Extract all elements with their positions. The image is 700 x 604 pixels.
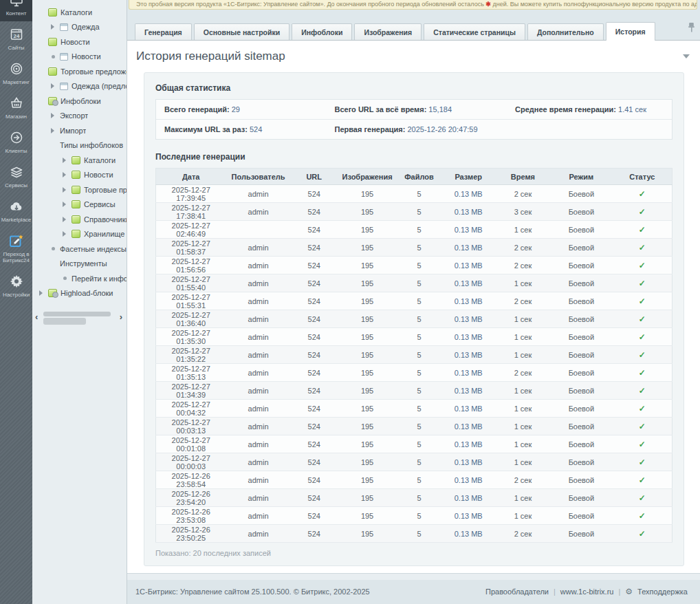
tab-2[interactable]: Основные настройки [194, 23, 289, 40]
table-cell: 0.13 MB [441, 185, 496, 203]
tab-1[interactable]: Генерация [135, 23, 192, 40]
tree-item[interactable]: Торговые предложения [32, 64, 127, 79]
tree-item[interactable]: Сервисы [32, 197, 127, 213]
expand-arrow-icon[interactable] [51, 83, 57, 89]
table-cell: 2025-12-26 23:53:08 [156, 507, 226, 525]
sidebar-item-label: Сайты [8, 45, 24, 51]
sidebar-item-shop[interactable]: Магазин [0, 90, 32, 125]
status-check-icon: ✓ [613, 453, 672, 471]
table-cell: 2 сек [496, 185, 550, 203]
tree-item[interactable]: Инфоблоки [32, 94, 127, 109]
table-row[interactable]: 2025-12-27 01:58:37admin52419550.13 MB2 … [156, 239, 672, 257]
table-cell: 524 [291, 274, 338, 292]
sidebar-item-clients[interactable]: Клиенты [0, 125, 32, 159]
expand-arrow-icon[interactable] [51, 24, 57, 30]
scroll-left-icon[interactable]: ‹ [35, 312, 38, 322]
table-cell: 2025-12-27 01:55:31 [156, 292, 226, 310]
tree-item[interactable]: Инструменты [32, 257, 127, 272]
expand-arrow-icon[interactable] [51, 128, 57, 133]
tree-item[interactable]: Перейти к инфоблоку / [32, 271, 127, 286]
chevron-down-icon[interactable] [683, 54, 690, 58]
expand-arrow-icon[interactable] [63, 231, 69, 237]
expand-arrow-icon[interactable] [51, 113, 57, 118]
sidebar-item-content[interactable]: Контент [0, 0, 32, 21]
support-gear-icon[interactable]: ⚙ [625, 587, 633, 596]
expand-arrow-icon[interactable] [63, 217, 69, 222]
table-cell: 2 сек [496, 239, 550, 257]
sidebar-item-settings[interactable]: Настройки [0, 268, 32, 303]
expand-arrow-icon[interactable] [63, 158, 69, 163]
table-cell: 195 [338, 525, 397, 543]
expand-arrow-icon[interactable] [63, 202, 69, 207]
pin-icon[interactable] [688, 22, 695, 35]
tree-item[interactable]: Новости [32, 34, 127, 50]
tree-item-label: Каталоги [61, 8, 92, 17]
tree-item[interactable]: Каталоги [32, 5, 127, 20]
footer-link-rightholders[interactable]: Правообладатели [485, 587, 549, 596]
tree-item[interactable]: Типы инфоблоков [32, 138, 127, 153]
tab-3[interactable]: Инфоблоки [292, 23, 352, 40]
table-row[interactable]: 2025-12-27 01:34:39admin52419550.13 MB1 … [156, 382, 672, 400]
tree-item[interactable]: Одежда (предложения) [32, 79, 127, 94]
table-row[interactable]: 2025-12-27 17:38:41admin52419550.13 MB3 … [156, 203, 672, 221]
table-cell: 0.13 MB [441, 239, 496, 257]
table-row[interactable]: 2025-12-26 23:50:25admin52419550.13 MB2 … [156, 525, 672, 543]
table-cell: 2025-12-26 23:54:20 [156, 489, 226, 507]
sidebar-item-marketplace[interactable]: Marketplace [0, 193, 32, 228]
table-cell: 2025-12-27 17:38:41 [156, 203, 226, 221]
table-row[interactable]: 2025-12-27 01:36:40admin52419550.13 MB1 … [156, 310, 672, 328]
table-row[interactable]: 2025-12-27 17:39:45admin52419550.13 MB2 … [156, 185, 672, 203]
tree-item[interactable]: Импорт [32, 123, 127, 138]
table-row[interactable]: 2025-12-27 01:35:22admin52419550.13 MB1 … [156, 346, 672, 364]
infoblock-icon [48, 8, 57, 17]
sidebar-item-marketing[interactable]: Маркетинг [0, 56, 32, 90]
table-row[interactable]: 2025-12-27 00:04:32admin52419550.13 MB1 … [156, 400, 672, 418]
tab-4[interactable]: Изображения [354, 23, 422, 40]
table-row[interactable]: 2025-12-26 23:54:20admin52419550.13 MB1 … [156, 489, 672, 507]
table-cell: 2025-12-27 01:35:22 [156, 346, 226, 364]
table-row[interactable]: 2025-12-26 23:53:08admin52419550.13 MB1 … [156, 507, 672, 525]
table-cell: 2025-12-27 00:04:32 [156, 400, 226, 418]
table-row[interactable]: 2025-12-27 01:35:13admin52419550.13 MB2 … [156, 364, 672, 382]
tab-5[interactable]: Статические страницы [424, 23, 525, 40]
sidebar-item-services[interactable]: Сервисы [0, 159, 32, 193]
tree-item[interactable]: Хранилище данных [32, 227, 127, 242]
tree-item[interactable]: Экспорт [32, 109, 127, 124]
table-row[interactable]: 2025-12-27 00:03:13admin52419550.13 MB1 … [156, 418, 672, 435]
table-row[interactable]: 2025-12-27 02:46:4952419550.13 MB1 секБо… [156, 221, 672, 239]
tab-7[interactable]: История [606, 22, 655, 41]
tree-item[interactable]: Фасетные индексы [32, 241, 127, 257]
sidebar-item-bitrix24[interactable]: Переход в Битрикс24 [0, 228, 32, 268]
tree-item[interactable]: Справочники [32, 212, 127, 227]
expand-arrow-icon[interactable] [63, 172, 69, 177]
table-row[interactable]: 2025-12-27 01:35:30admin52419550.13 MB1 … [156, 328, 672, 346]
table-row[interactable]: 2025-12-27 01:55:40admin52419550.13 MB1 … [156, 274, 672, 292]
tree-item[interactable]: Новости [32, 168, 127, 183]
status-check-icon: ✓ [613, 274, 672, 292]
tab-6[interactable]: Дополнительно [527, 23, 604, 40]
tree-item[interactable]: Торговые предложе [32, 182, 127, 197]
tree-item[interactable]: Каталоги [32, 153, 127, 168]
table-cell: 0.13 MB [441, 292, 496, 310]
scrollbar-thumb[interactable] [43, 312, 111, 316]
tree-item[interactable]: Одежда [32, 20, 127, 35]
expand-arrow-icon[interactable] [39, 290, 45, 296]
scrollbar-thumb-secondary[interactable] [43, 318, 86, 325]
table-cell: 524 [291, 418, 338, 435]
table-row[interactable]: 2025-12-27 01:56:56admin52419550.13 MB2 … [156, 257, 672, 274]
expand-arrow-icon[interactable] [63, 187, 69, 193]
table-cell: 2 сек [496, 257, 550, 274]
footer-link-site[interactable]: www.1c-bitrix.ru [560, 587, 614, 596]
table-cell: 2025-12-27 01:35:13 [156, 364, 226, 382]
sidebar-item-sites[interactable]: 24Сайты [0, 21, 32, 56]
clients-icon [9, 129, 24, 146]
footer-link-support[interactable]: Техподдержка [637, 587, 688, 596]
table-body: 2025-12-27 17:39:45admin52419550.13 MB2 … [156, 185, 672, 543]
table-row[interactable]: 2025-12-26 23:58:54admin52419550.13 MB2 … [156, 471, 672, 489]
table-row[interactable]: 2025-12-27 01:55:31admin52419550.13 MB2 … [156, 292, 672, 310]
scroll-right-icon[interactable]: › [120, 312, 122, 322]
table-row[interactable]: 2025-12-27 00:01:08admin52419550.13 MB1 … [156, 435, 672, 453]
tree-item[interactable]: Новости [32, 50, 127, 65]
tree-item[interactable]: Highload-блоки [32, 286, 127, 301]
table-row[interactable]: 2025-12-27 00:00:03admin52419550.13 MB1 … [156, 453, 672, 471]
